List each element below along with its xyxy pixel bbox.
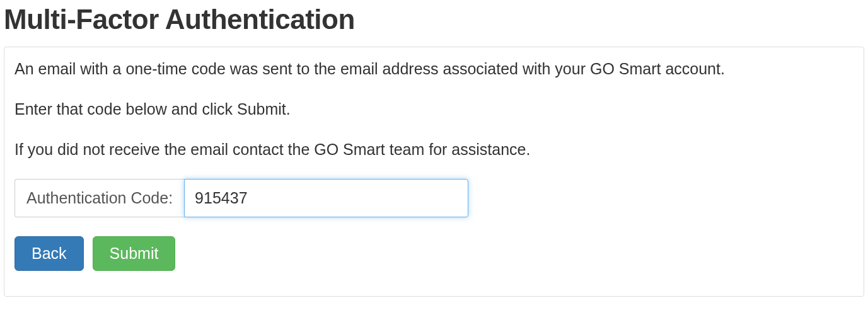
back-button[interactable]: Back	[14, 236, 84, 271]
auth-code-group: Authentication Code:	[14, 179, 468, 217]
mfa-panel: An email with a one-time code was sent t…	[4, 47, 864, 297]
instruction-line-1: An email with a one-time code was sent t…	[14, 59, 854, 80]
page-title: Multi-Factor Authentication	[4, 4, 864, 35]
button-row: Back Submit	[14, 236, 854, 271]
instruction-line-3: If you did not receive the email contact…	[14, 139, 854, 161]
instruction-line-2: Enter that code below and click Submit.	[14, 99, 854, 120]
submit-button[interactable]: Submit	[93, 236, 176, 271]
auth-code-input[interactable]	[184, 179, 468, 217]
auth-code-label: Authentication Code:	[14, 179, 184, 217]
